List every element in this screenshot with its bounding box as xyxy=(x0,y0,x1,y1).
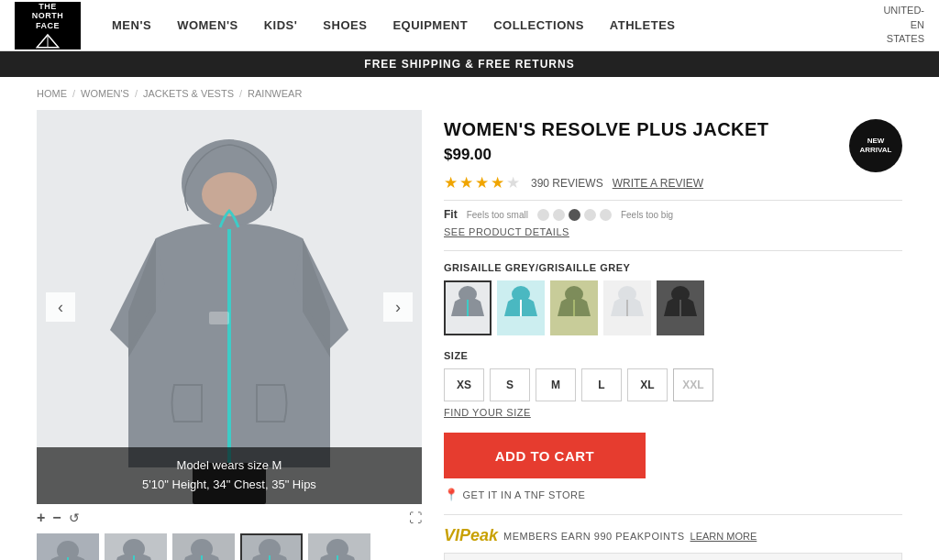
next-image-button[interactable]: › xyxy=(383,292,413,322)
logo-line3: FACE xyxy=(32,21,64,31)
product-price: $99.00 xyxy=(444,146,769,164)
expand-button[interactable]: ⛶ xyxy=(409,511,422,525)
thumbnail-4[interactable] xyxy=(240,533,303,560)
see-product-details-link[interactable]: SEE PRODUCT DETAILS xyxy=(444,226,902,237)
breadcrumb-current: RAINWEAR xyxy=(248,88,302,99)
guarantee-section: LIFETIME GUARANTEE Our products are full… xyxy=(444,553,902,560)
thumbnail-3[interactable] xyxy=(172,533,235,560)
write-review-link[interactable]: WRITE A REVIEW xyxy=(613,177,703,190)
logo-line1: THE xyxy=(32,2,64,12)
fit-row: Fit Feels too small Feels too big xyxy=(444,208,902,221)
product-info: WOMEN'S RESOLVE PLUS JACKET $99.00 NEW A… xyxy=(444,110,902,560)
model-info-line2: 5'10" Height, 34" Chest, 35" Hips xyxy=(46,476,413,495)
vipeak-bar: VIPeak MEMBERS EARN 990 PEAKPOINTS LEARN… xyxy=(444,514,902,545)
nav-item-equipment[interactable]: EQUIPMENT xyxy=(380,0,481,51)
divider-2 xyxy=(444,250,902,251)
thumbnail-1[interactable] xyxy=(37,533,99,560)
star-rating: ★★★★★ xyxy=(444,173,522,192)
size-grid: XS S M L XL XXL xyxy=(444,368,902,401)
svg-rect-5 xyxy=(209,312,229,324)
location-icon: 📍 xyxy=(444,488,459,501)
main-content: ‹ › Model wears size M 5'10" Height, 34"… xyxy=(0,110,939,560)
review-count[interactable]: 390 REVIEWS xyxy=(531,177,603,190)
fit-dot-4 xyxy=(584,209,596,221)
promo-bar: FREE SHIPPING & FREE RETURNS xyxy=(0,51,939,77)
fit-dots xyxy=(537,209,612,221)
breadcrumb-sep-1: / xyxy=(72,88,75,99)
swatch-black[interactable] xyxy=(657,280,704,335)
swatch-camo[interactable] xyxy=(550,280,598,335)
color-swatches xyxy=(444,280,902,335)
zoom-out-button[interactable]: − xyxy=(52,510,61,526)
size-m[interactable]: M xyxy=(536,368,576,401)
thumbnail-2[interactable] xyxy=(105,533,167,560)
rating-row: ★★★★★ 390 REVIEWS WRITE A REVIEW xyxy=(444,173,902,192)
vipeak-text: MEMBERS EARN 990 PEAKPOINTS xyxy=(503,531,685,542)
fit-label: Fit xyxy=(444,208,458,221)
nav-item-collections[interactable]: COLLECTIONS xyxy=(481,0,597,51)
fit-dot-5 xyxy=(600,209,612,221)
find-your-size-link[interactable]: FIND YOUR SIZE xyxy=(444,407,902,418)
size-xs[interactable]: XS xyxy=(444,368,484,401)
model-info-overlay: Model wears size M 5'10" Height, 34" Che… xyxy=(37,447,422,504)
logo-line2: NORTH xyxy=(32,11,64,21)
size-label: SIZE xyxy=(444,350,902,361)
thumbnail-5[interactable] xyxy=(308,533,370,560)
image-section: ‹ › Model wears size M 5'10" Height, 34"… xyxy=(37,110,422,560)
nav-item-womens[interactable]: WOMEN'S xyxy=(164,0,251,51)
swatch-teal[interactable] xyxy=(497,280,545,335)
logo[interactable]: THE NORTH FACE xyxy=(15,2,81,49)
vipeak-logo: VIPeak xyxy=(444,526,498,545)
swatch-grey[interactable] xyxy=(444,280,492,335)
fit-right-text: Feels too big xyxy=(621,210,673,220)
refresh-button[interactable]: ↺ xyxy=(69,511,80,525)
breadcrumb-womens[interactable]: WOMEN'S xyxy=(81,88,129,99)
header: THE NORTH FACE MEN'S WOMEN'S KIDS' SHOES… xyxy=(0,0,939,51)
zoom-in-button[interactable]: + xyxy=(37,510,45,526)
breadcrumb: HOME / WOMEN'S / JACKETS & VESTS / RAINW… xyxy=(0,77,939,110)
nav-item-athletes[interactable]: ATHLETES xyxy=(597,0,689,51)
region-selector[interactable]: UNITED- EN STATES xyxy=(883,4,924,46)
store-link[interactable]: 📍 GET IT IN A TNF STORE xyxy=(444,488,902,501)
product-title: WOMEN'S RESOLVE PLUS JACKET xyxy=(444,119,769,140)
prev-image-button[interactable]: ‹ xyxy=(46,292,75,322)
breadcrumb-sep-3: / xyxy=(239,88,242,99)
image-controls: + − ↺ ⛶ xyxy=(37,504,422,532)
model-info-line1: Model wears size M xyxy=(46,456,413,476)
size-l[interactable]: L xyxy=(581,368,622,401)
divider-1 xyxy=(444,200,902,201)
nav-item-mens[interactable]: MEN'S xyxy=(99,0,164,51)
fit-left-text: Feels too small xyxy=(467,210,528,220)
size-s[interactable]: S xyxy=(490,368,530,401)
thumbnails-row xyxy=(37,533,422,560)
nav-item-shoes[interactable]: SHOES xyxy=(310,0,380,51)
size-xl[interactable]: XL xyxy=(627,368,668,401)
nav-item-kids[interactable]: KIDS' xyxy=(251,0,311,51)
swatch-white[interactable] xyxy=(603,280,651,335)
fit-dot-1 xyxy=(537,209,549,221)
add-to-cart-button[interactable]: ADD TO CART xyxy=(444,433,646,478)
color-label: GRISAILLE GREY/GRISAILLE GREY xyxy=(444,262,902,273)
main-nav: MEN'S WOMEN'S KIDS' SHOES EQUIPMENT COLL… xyxy=(99,0,689,51)
fit-dot-3 xyxy=(569,209,580,221)
size-xxl[interactable]: XXL xyxy=(673,368,713,401)
breadcrumb-home[interactable]: HOME xyxy=(37,88,67,99)
main-image-container: ‹ › Model wears size M 5'10" Height, 34"… xyxy=(37,110,422,504)
breadcrumb-jackets[interactable]: JACKETS & VESTS xyxy=(143,88,234,99)
new-arrival-badge: NEW ARRIVAL xyxy=(849,119,902,172)
breadcrumb-sep-2: / xyxy=(135,88,138,99)
fit-dot-2 xyxy=(553,209,565,221)
vipeak-learn-more-link[interactable]: LEARN MORE xyxy=(690,531,757,542)
